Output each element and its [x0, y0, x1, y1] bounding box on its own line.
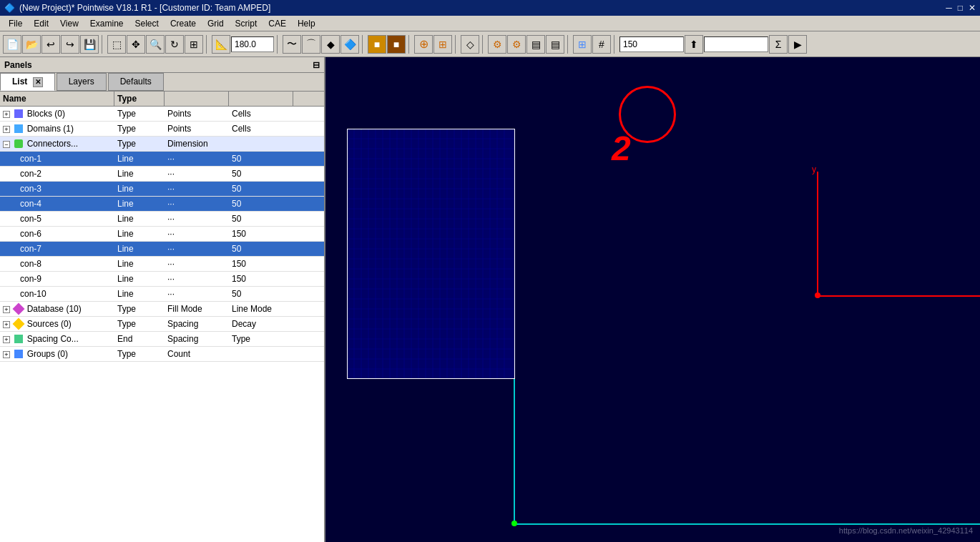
- viewport[interactable]: 2: [325, 57, 980, 542]
- sep6: [455, 35, 458, 54]
- tab-list[interactable]: List ✕: [0, 73, 55, 91]
- pan-button[interactable]: ✥: [127, 35, 145, 54]
- con8-col4: 150: [229, 257, 293, 271]
- row-database[interactable]: + Database (10) Type Fill Mode Line Mode: [0, 302, 324, 317]
- width-input[interactable]: [704, 36, 768, 52]
- con6-name: con-6: [0, 227, 114, 241]
- menu-script[interactable]: Script: [230, 17, 263, 30]
- database-col4: Line Mode: [229, 302, 293, 316]
- row-con-5[interactable]: con-5 Line ··· 50: [0, 212, 324, 227]
- toolbar-snap-group: ◇: [461, 35, 479, 54]
- grid2-button[interactable]: #: [592, 35, 611, 54]
- row-connectors[interactable]: − Connectors... Type Dimension: [0, 137, 324, 152]
- settings-button[interactable]: ▶: [788, 35, 807, 54]
- sources-name: + Sources (0): [0, 317, 114, 331]
- menu-select[interactable]: Select: [129, 17, 165, 30]
- tree-table: Name Type + Blocks (0) Type Points Cells: [0, 92, 324, 543]
- save-button[interactable]: 💾: [80, 35, 99, 54]
- row-con-9[interactable]: con-9 Line ··· 150: [0, 272, 324, 287]
- menu-examine[interactable]: Examine: [84, 17, 129, 30]
- menu-help[interactable]: Help: [292, 17, 321, 30]
- special-button1[interactable]: ⚙: [488, 35, 506, 54]
- special-button3[interactable]: ▤: [526, 35, 545, 54]
- menu-edit[interactable]: Edit: [28, 17, 54, 30]
- con4-col4: 50: [229, 197, 293, 211]
- curve2-button[interactable]: ⌒: [302, 35, 320, 54]
- count-up-button[interactable]: ⬆: [685, 35, 703, 54]
- maximize-button[interactable]: □: [958, 3, 963, 13]
- tab-layers[interactable]: Layers: [57, 73, 107, 91]
- close-button[interactable]: ✕: [969, 3, 976, 13]
- con7-type: Line: [114, 242, 165, 256]
- row-con-7[interactable]: con-7 Line ··· 50: [0, 242, 324, 257]
- row-groups[interactable]: + Groups (0) Type Count: [0, 347, 324, 362]
- spacingco-type: End: [114, 332, 165, 346]
- spacingco-expand[interactable]: +: [3, 336, 10, 343]
- database-expand[interactable]: +: [3, 306, 10, 313]
- row-con-3[interactable]: con-3 Line ··· 50: [0, 182, 324, 197]
- curve-button[interactable]: 〜: [283, 35, 301, 54]
- grid-button[interactable]: ⊞: [573, 35, 592, 54]
- menu-view[interactable]: View: [54, 17, 84, 30]
- tab-list-close[interactable]: ✕: [33, 77, 43, 87]
- minimize-button[interactable]: ─: [946, 3, 952, 13]
- main-layout: Panels ⊟ List ✕ Layers Defaults Name Typ…: [0, 57, 980, 542]
- blocks-col3: Points: [165, 107, 229, 121]
- menu-create[interactable]: Create: [165, 17, 202, 30]
- blocks-icon: [14, 109, 23, 118]
- col-name-header: Name: [0, 92, 114, 106]
- color-button[interactable]: ■: [368, 35, 386, 54]
- connectors-col4: [229, 137, 293, 151]
- groups-expand[interactable]: +: [3, 351, 10, 358]
- blocks-expand[interactable]: +: [3, 111, 10, 118]
- row-con-8[interactable]: con-8 Line ··· 150: [0, 257, 324, 272]
- connectors-expand[interactable]: −: [3, 141, 10, 148]
- orient-button2[interactable]: ⊞: [433, 35, 452, 54]
- angle-input[interactable]: 180.0: [231, 36, 274, 52]
- con4-col3: ···: [165, 197, 229, 211]
- panels-tabs: List ✕ Layers Defaults: [0, 73, 324, 92]
- special-button4[interactable]: ▤: [546, 35, 564, 54]
- entity-button[interactable]: 🔷: [340, 35, 359, 54]
- row-spacingco[interactable]: + Spacing Co... End Spacing Type: [0, 332, 324, 347]
- row-domains[interactable]: + Domains (1) Type Points Cells: [0, 122, 324, 137]
- domains-type: Type: [114, 122, 165, 136]
- select-tool-button[interactable]: ⬚: [107, 35, 126, 54]
- sources-col4: Decay: [229, 317, 293, 331]
- menu-file[interactable]: File: [3, 17, 28, 30]
- fit-button[interactable]: ⊞: [185, 35, 203, 54]
- toolbar-orient-group: ⊕ ⊞: [414, 35, 452, 54]
- con10-type: Line: [114, 287, 165, 301]
- sigma-button[interactable]: Σ: [769, 35, 788, 54]
- row-con-4[interactable]: con-4 Line ··· 50: [0, 197, 324, 212]
- redo-button[interactable]: ↪: [61, 35, 79, 54]
- menu-grid[interactable]: Grid: [202, 17, 230, 30]
- sources-type: Type: [114, 317, 165, 331]
- special-button2[interactable]: ⚙: [507, 35, 526, 54]
- open-button[interactable]: 📂: [22, 35, 41, 54]
- row-sources[interactable]: + Sources (0) Type Spacing Decay: [0, 317, 324, 332]
- row-con-2[interactable]: con-2 Line ··· 50: [0, 167, 324, 182]
- spacingco-col3: Spacing: [165, 332, 229, 346]
- panel-undock-button[interactable]: ⊟: [313, 60, 320, 70]
- orient-button1[interactable]: ⊕: [414, 35, 433, 54]
- rotate-button[interactable]: ↻: [165, 35, 184, 54]
- menu-cae[interactable]: CAE: [263, 17, 292, 30]
- database-name: + Database (10): [0, 302, 114, 316]
- snap-button[interactable]: ◇: [461, 35, 479, 54]
- con9-col4: 150: [229, 272, 293, 286]
- sep8: [567, 35, 570, 54]
- row-con-6[interactable]: con-6 Line ··· 150: [0, 227, 324, 242]
- zoom-button[interactable]: 🔍: [146, 35, 165, 54]
- row-blocks[interactable]: + Blocks (0) Type Points Cells: [0, 107, 324, 122]
- new-button[interactable]: 📄: [3, 35, 21, 54]
- count-input[interactable]: 150: [619, 36, 684, 52]
- row-con-1[interactable]: con-1 Line ··· 50: [0, 152, 324, 167]
- undo-button[interactable]: ↩: [41, 35, 60, 54]
- sources-expand[interactable]: +: [3, 321, 10, 328]
- point-button[interactable]: ◆: [321, 35, 340, 54]
- domains-expand[interactable]: +: [3, 126, 10, 133]
- color2-button[interactable]: ■: [387, 35, 406, 54]
- row-con-10[interactable]: con-10 Line ··· 50: [0, 287, 324, 302]
- tab-defaults[interactable]: Defaults: [108, 73, 164, 91]
